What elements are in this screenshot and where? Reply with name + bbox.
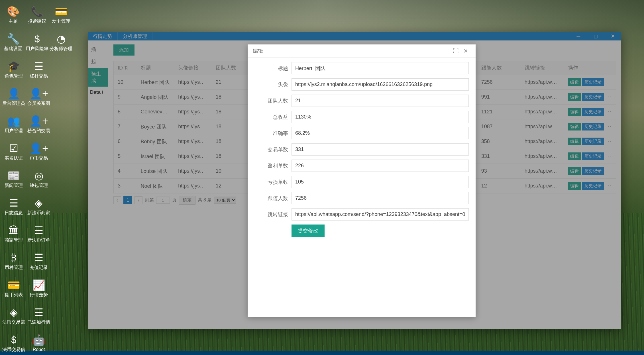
form-label: 团队人数: [254, 97, 292, 104]
taskbar[interactable]: [0, 351, 644, 355]
desktop-icon[interactable]: ☑实名认证: [1, 138, 26, 166]
desktop-icon[interactable]: ◔分析师管理: [49, 29, 73, 56]
app-label: 基础设置: [4, 46, 22, 52]
form-label: 准确率: [254, 130, 292, 137]
app-label: 实名认证: [5, 155, 23, 161]
app-icon: ＄: [9, 335, 19, 345]
app-icon: ☑: [9, 143, 18, 154]
desktop-icon[interactable]: 👤后台管理员: [1, 84, 26, 111]
app-label: 杠杆交易: [30, 73, 48, 79]
edit-modal: 编辑 ─ ⛶ ✕ 标题头像团队人数总收益准确率交易单数盈利单数亏损单数跟随人数跳…: [248, 44, 476, 317]
desktop-icon[interactable]: ◎钱包管理: [26, 166, 51, 193]
form-input[interactable]: [292, 160, 469, 172]
desktop-icon[interactable]: ☰杠杆交易: [26, 56, 51, 84]
desktop-icon[interactable]: ₿币种管理: [1, 248, 26, 275]
modal-minimize-icon[interactable]: ─: [441, 48, 451, 54]
app-icon: ☰: [34, 225, 43, 236]
app-label: 会员关系图: [27, 101, 50, 107]
app-label: 法币交易需: [2, 319, 25, 325]
desktop-icon[interactable]: 💳提币列表: [1, 275, 26, 303]
form-row: 准确率: [254, 127, 469, 139]
form-input[interactable]: [292, 192, 469, 204]
app-label: 币种管理: [5, 265, 23, 271]
desktop-icon-grid: 🎨主题📞投诉建议💳发卡管理🔧基础设置＄用户风险率◔分析师管理🎓角色管理☰杠杆交易…: [0, 0, 74, 355]
app-label: 角色管理: [5, 73, 23, 79]
form-row: 总收益: [254, 111, 469, 123]
modal-body: 标题头像团队人数总收益准确率交易单数盈利单数亏损单数跟随人数跳转链接提交修改: [248, 58, 476, 317]
form-label: 头像: [254, 81, 292, 88]
desktop-icon[interactable]: 📞投诉建议: [25, 2, 49, 29]
desktop-icon[interactable]: ◈新法币商家: [26, 193, 51, 221]
app-icon: ＄: [32, 34, 42, 44]
desktop-icon[interactable]: 📰新闻管理: [1, 166, 26, 193]
form-row: 团队人数: [254, 95, 469, 107]
form-input[interactable]: [292, 111, 469, 123]
app-label: 提币列表: [5, 292, 23, 298]
app-icon: ◎: [34, 171, 43, 181]
app-label: 用户管理: [5, 128, 23, 134]
app-label: 新闻管理: [5, 183, 23, 189]
app-label: 钱包管理: [30, 183, 48, 189]
form-input[interactable]: [292, 95, 469, 107]
desktop-icon[interactable]: 👤+会员关系图: [26, 84, 51, 111]
desktop-icon[interactable]: ☰充值记录: [26, 248, 51, 275]
app-icon: ☰: [9, 198, 18, 208]
desktop-icon[interactable]: ☰已添加行情: [26, 303, 51, 330]
desktop-icon[interactable]: 👥用户管理: [1, 111, 26, 138]
desktop-icon[interactable]: 👤+币币交易: [26, 138, 51, 166]
app-label: 新法币订单: [27, 237, 50, 243]
app-label: 新法币商家: [27, 210, 50, 216]
app-icon: 👤+: [29, 116, 48, 126]
app-label: 日志信息: [5, 210, 23, 216]
modal-maximize-icon[interactable]: ⛶: [451, 48, 461, 54]
desktop-icon[interactable]: 🔧基础设置: [1, 29, 25, 56]
form-label: 跳转链接: [254, 211, 292, 218]
form-row: 亏损单数: [254, 176, 469, 188]
submit-button[interactable]: 提交修改: [292, 225, 325, 237]
app-icon: 🏛: [9, 225, 19, 236]
form-input[interactable]: [292, 208, 469, 221]
desktop-icon[interactable]: 🏛商家管理: [1, 221, 26, 248]
modal-close-icon[interactable]: ✕: [461, 48, 470, 54]
app-icon: 📈: [32, 280, 45, 290]
desktop-icon[interactable]: ◈法币交易需: [1, 303, 26, 330]
app-label: 用户风险率: [26, 46, 48, 52]
app-icon: 🔧: [7, 34, 20, 44]
app-icon: ☰: [34, 307, 43, 318]
form-input[interactable]: [292, 176, 469, 188]
app-icon: 💳: [55, 7, 68, 17]
desktop-icon[interactable]: ☰日志信息: [1, 193, 26, 221]
form-row: 跳转链接: [254, 208, 469, 221]
main-window: 行情走势 分析师管理 ─ ◻ ✕ 插 起 预生成 Data / 添加 ID ⇅ …: [88, 32, 621, 329]
desktop-icon[interactable]: 🎓角色管理: [1, 56, 26, 84]
desktop-icon[interactable]: ＄法币交易信: [1, 330, 26, 355]
form-row: 盈利单数: [254, 160, 469, 172]
desktop-icon[interactable]: 📈行情走势: [26, 275, 51, 303]
app-label: 发卡管理: [52, 19, 70, 25]
form-row: 交易单数: [254, 143, 469, 156]
form-input[interactable]: [292, 127, 469, 139]
form-label: 标题: [254, 65, 292, 72]
desktop-icon[interactable]: 👤+秒合约交易: [26, 111, 51, 138]
desktop-icon[interactable]: ☰新法币订单: [26, 221, 51, 248]
app-label: 后台管理员: [2, 101, 25, 107]
form-row: 头像: [254, 78, 469, 91]
app-icon: 📞: [31, 7, 44, 17]
desktop-icon[interactable]: 🤖Robot: [26, 330, 51, 355]
app-label: 充值记录: [30, 265, 48, 271]
app-icon: 🎓: [7, 61, 20, 72]
modal-title-text: 编辑: [253, 48, 263, 54]
app-label: 法币交易信: [2, 347, 25, 353]
app-icon: ☰: [34, 61, 43, 72]
desktop-icon[interactable]: 🎨主题: [1, 2, 25, 29]
form-label: 亏损单数: [254, 179, 292, 185]
form-input[interactable]: [292, 78, 469, 91]
form-input[interactable]: [292, 62, 469, 74]
app-label: 主题: [9, 19, 18, 25]
desktop-icon[interactable]: 💳发卡管理: [49, 2, 73, 29]
form-row: 标题: [254, 62, 469, 74]
form-label: 盈利单数: [254, 162, 292, 169]
desktop-icon[interactable]: ＄用户风险率: [25, 29, 49, 56]
form-label: 跟随人数: [254, 195, 292, 202]
form-input[interactable]: [292, 143, 469, 156]
